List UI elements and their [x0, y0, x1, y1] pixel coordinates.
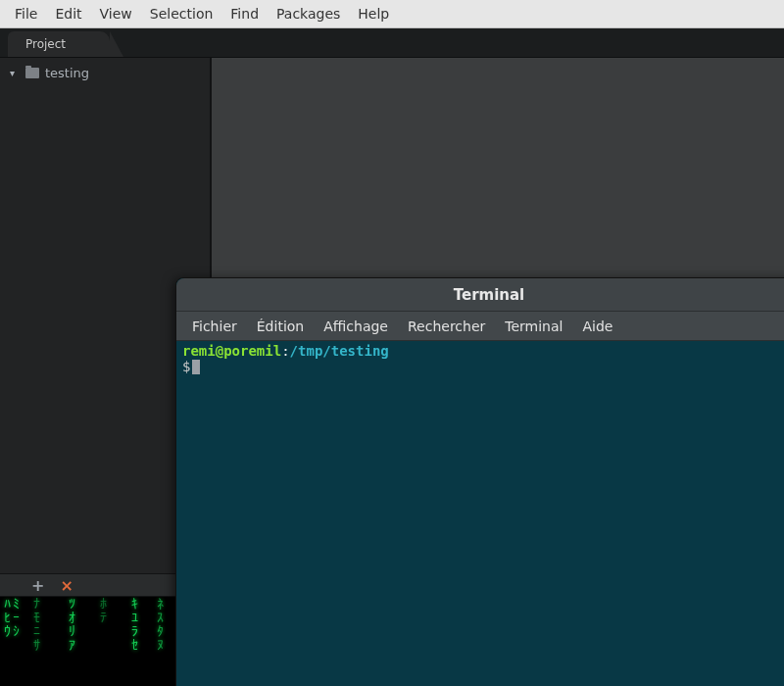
close-project-icon[interactable]: × — [60, 576, 73, 595]
terminal-path: /tmp/testing — [290, 343, 389, 359]
editor-menubar: File Edit View Selection Find Packages H… — [0, 0, 784, 28]
menu-file[interactable]: File — [6, 2, 46, 25]
terminal-prompt-line2: $ — [182, 359, 784, 374]
menu-view[interactable]: View — [91, 2, 141, 25]
tree-folder-label: testing — [45, 66, 89, 80]
menu-help[interactable]: Help — [349, 2, 398, 25]
term-menu-affichage[interactable]: Affichage — [314, 315, 398, 338]
terminal-title: Terminal — [454, 286, 525, 304]
terminal-window[interactable]: Terminal Fichier Édition Affichage Reche… — [175, 277, 784, 686]
terminal-titlebar[interactable]: Terminal — [176, 278, 784, 312]
term-menu-edition[interactable]: Édition — [247, 315, 314, 338]
terminal-menubar: Fichier Édition Affichage Rechercher Ter… — [176, 312, 784, 341]
folder-icon — [25, 68, 39, 78]
tab-project[interactable]: Project — [8, 31, 110, 57]
terminal-body[interactable]: remi@poremil:/tmp/testing $ — [176, 341, 784, 686]
terminal-user-host: remi@poremil — [182, 343, 281, 359]
menu-packages[interactable]: Packages — [268, 2, 349, 25]
terminal-prompt-symbol: $ — [182, 359, 190, 374]
editor-tab-strip: Project — [0, 28, 784, 58]
add-project-folder-icon[interactable]: + — [31, 576, 44, 595]
terminal-prompt-line1: remi@poremil:/tmp/testing — [182, 343, 784, 359]
tab-project-label: Project — [25, 37, 66, 51]
term-menu-aide[interactable]: Aide — [572, 315, 622, 338]
term-menu-rechercher[interactable]: Rechercher — [398, 315, 495, 338]
tree-row-root[interactable]: ▾ testing — [6, 64, 204, 82]
menu-find[interactable]: Find — [221, 2, 268, 25]
term-menu-fichier[interactable]: Fichier — [182, 315, 247, 338]
terminal-separator: : — [281, 343, 289, 359]
menu-edit[interactable]: Edit — [46, 2, 90, 25]
term-menu-terminal[interactable]: Terminal — [495, 315, 572, 338]
terminal-cursor — [192, 360, 200, 374]
menu-selection[interactable]: Selection — [141, 2, 222, 25]
tree-disclosure-icon[interactable]: ▾ — [10, 68, 20, 78]
